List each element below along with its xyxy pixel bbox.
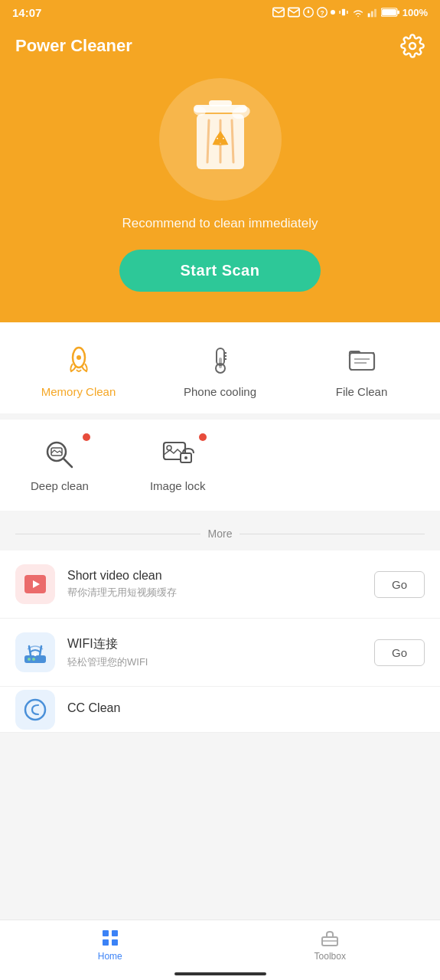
trash-illustration <box>186 97 255 181</box>
home-indicator-bar <box>174 972 266 975</box>
nav-home[interactable]: Home <box>72 928 148 962</box>
wifi-go-button[interactable]: Go <box>374 639 425 666</box>
memory-clean-label: Memory Clean <box>41 385 116 398</box>
svg-rect-28 <box>219 358 222 368</box>
start-scan-button[interactable]: Start Scan <box>119 250 321 292</box>
svg-point-41 <box>184 456 187 459</box>
feature-deep-clean[interactable]: Deep clean <box>31 435 89 492</box>
status-time: 14:07 <box>12 6 41 19</box>
cc-clean-title: CC Clean <box>67 701 425 715</box>
status-icons: ? 100% <box>272 7 428 18</box>
svg-text:?: ? <box>320 9 324 17</box>
divider-right <box>240 534 425 534</box>
compass-icon <box>303 7 314 18</box>
svg-rect-51 <box>103 930 109 936</box>
deep-clean-icon <box>41 435 78 472</box>
svg-rect-32 <box>350 353 374 370</box>
short-video-text: Short video clean 帮你清理无用短视频缓存 <box>67 569 374 599</box>
list-item-wifi: WIFI连接 轻松管理您的WIFI Go <box>0 619 440 687</box>
image-lock-icon <box>159 435 196 472</box>
image-lock-label: Image lock <box>150 479 206 492</box>
divider-left <box>15 534 200 534</box>
app-title: Power Cleaner <box>15 36 132 56</box>
short-video-go-button[interactable]: Go <box>374 571 425 598</box>
feature-image-lock[interactable]: Image lock <box>150 435 206 492</box>
svg-point-25 <box>77 355 81 360</box>
cc-clean-icon <box>23 697 47 722</box>
signal-icon <box>367 7 378 18</box>
settings-icon[interactable] <box>400 34 425 58</box>
email-icon-2 <box>288 7 300 18</box>
feature-memory-clean[interactable]: Memory Clean <box>33 341 125 398</box>
svg-rect-6 <box>342 9 345 15</box>
cc-clean-icon-container <box>15 690 55 730</box>
deep-clean-badge <box>83 433 90 441</box>
svg-rect-11 <box>374 9 376 17</box>
list-item-short-video: Short video clean 帮你清理无用短视频缓存 Go <box>0 550 440 619</box>
question-icon: ? <box>317 7 328 18</box>
wifi-router-icon <box>21 639 49 666</box>
notification-dot <box>331 10 335 15</box>
features-bottom-row: Deep clean Image lock <box>0 420 440 511</box>
svg-rect-17 <box>209 100 232 106</box>
file-clean-label: File Clean <box>336 385 388 398</box>
svg-rect-9 <box>367 13 370 17</box>
vibrate-icon <box>338 7 349 18</box>
svg-marker-3 <box>307 9 309 14</box>
memory-clean-icon <box>60 341 97 377</box>
svg-rect-13 <box>382 9 396 15</box>
phone-cooling-icon <box>202 341 239 377</box>
email-icon <box>272 7 285 18</box>
wifi-icon-container <box>15 632 55 672</box>
file-clean-icon <box>344 341 380 377</box>
cc-clean-text: CC Clean <box>67 701 425 718</box>
svg-point-39 <box>167 446 171 450</box>
short-video-icon <box>23 572 47 596</box>
wifi-title: WIFI连接 <box>67 636 374 652</box>
short-video-title: Short video clean <box>67 569 374 583</box>
app-header: Power Cleaner <box>0 24 440 70</box>
trash-icon-container <box>159 78 282 201</box>
hero-section: Recommend to clean immediately Start Sca… <box>0 70 440 322</box>
svg-rect-10 <box>371 11 373 18</box>
features-top-row: Memory Clean Phone cooling <box>0 322 440 413</box>
wifi-subtitle: 轻松管理您的WIFI <box>67 655 374 669</box>
feature-file-clean[interactable]: File Clean <box>316 341 408 398</box>
battery-icon <box>381 7 399 18</box>
bottom-navigation: Home Toolbox <box>0 920 440 980</box>
wifi-text: WIFI连接 轻松管理您的WIFI <box>67 636 374 669</box>
svg-point-15 <box>409 43 416 49</box>
home-nav-icon <box>100 928 120 948</box>
svg-rect-54 <box>112 939 118 946</box>
deep-clean-label: Deep clean <box>31 479 89 492</box>
wifi-icon <box>352 7 364 18</box>
svg-point-47 <box>34 653 37 656</box>
toolbox-nav-icon <box>320 928 340 948</box>
nav-toolbox[interactable]: Toolbox <box>292 928 368 962</box>
image-lock-badge <box>199 433 207 441</box>
list-item-cc-clean: CC Clean <box>0 687 440 733</box>
more-label: More <box>208 528 233 540</box>
status-bar: 14:07 ? 100% <box>0 0 440 24</box>
svg-line-19 <box>207 120 209 162</box>
feature-phone-cooling[interactable]: Phone cooling <box>174 341 266 398</box>
short-video-icon-container <box>15 564 55 604</box>
svg-rect-52 <box>112 930 118 936</box>
svg-rect-14 <box>397 11 399 15</box>
phone-cooling-label: Phone cooling <box>184 385 256 398</box>
svg-line-36 <box>64 459 72 467</box>
svg-point-48 <box>28 658 31 661</box>
svg-point-50 <box>25 700 45 720</box>
svg-point-49 <box>32 658 35 661</box>
more-divider: More <box>0 517 440 550</box>
toolbox-nav-label: Toolbox <box>315 951 346 962</box>
svg-rect-53 <box>103 939 109 946</box>
hero-subtitle: Recommend to clean immediately <box>122 216 318 231</box>
home-nav-label: Home <box>98 951 122 962</box>
short-video-subtitle: 帮你清理无用短视频缓存 <box>67 586 374 599</box>
svg-line-21 <box>232 120 233 162</box>
more-section: More Short video clean 帮你清理无用短视频缓存 Go <box>0 517 440 733</box>
battery-percent: 100% <box>403 7 428 18</box>
